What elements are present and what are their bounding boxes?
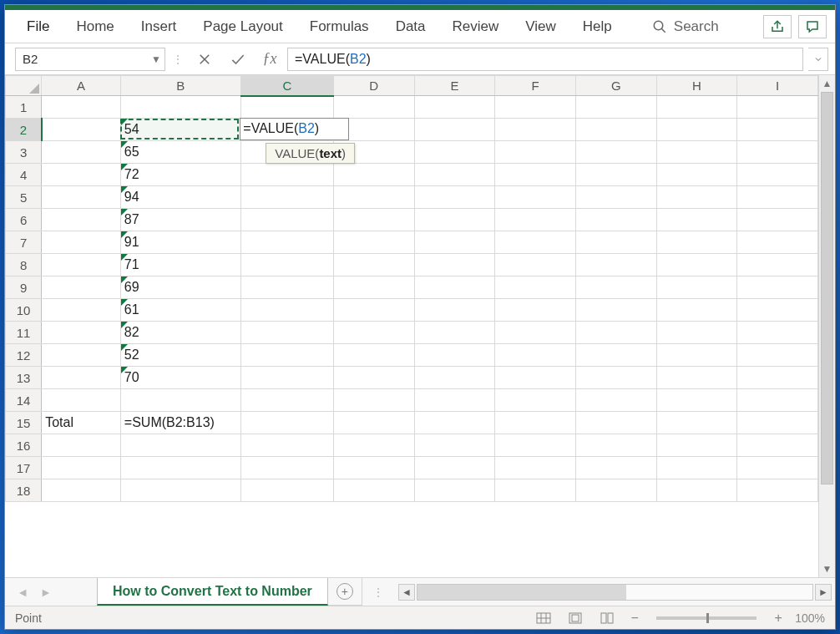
cell-B12[interactable]: 52 [120, 344, 240, 367]
cell-H15[interactable] [656, 412, 737, 434]
cell-F12[interactable] [495, 344, 576, 367]
select-all-corner[interactable] [6, 76, 42, 96]
cell-I18[interactable] [737, 479, 818, 502]
cell-B9[interactable]: 69 [120, 276, 240, 299]
cell-F6[interactable] [495, 209, 576, 231]
cell-H3[interactable] [656, 141, 737, 164]
cell-C18[interactable] [240, 479, 333, 502]
cell-A10[interactable] [42, 299, 121, 322]
cell-C8[interactable] [240, 254, 333, 276]
cell-F14[interactable] [495, 389, 576, 412]
cell-C15[interactable] [240, 412, 333, 434]
cell-H4[interactable] [656, 164, 737, 186]
cell-G9[interactable] [575, 276, 656, 299]
cell-H17[interactable] [656, 457, 737, 479]
cell-D17[interactable] [333, 457, 414, 479]
cell-D9[interactable] [333, 276, 414, 299]
cell-A3[interactable] [42, 141, 121, 164]
cell-E7[interactable] [414, 231, 495, 254]
cell-B14[interactable] [120, 389, 240, 412]
row-header-9[interactable]: 9 [6, 276, 42, 299]
cell-F17[interactable] [495, 457, 576, 479]
cell-G16[interactable] [575, 434, 656, 457]
cell-B15[interactable]: =SUM(B2:B13) [120, 412, 240, 434]
cell-H6[interactable] [656, 209, 737, 231]
prev-sheet-icon[interactable]: ◄ [17, 586, 28, 599]
cell-I13[interactable] [737, 367, 818, 389]
view-page-layout-button[interactable] [564, 610, 586, 626]
cell-D4[interactable] [333, 164, 414, 186]
cell-B13[interactable]: 70 [120, 367, 240, 389]
cell-B16[interactable] [120, 434, 240, 457]
next-sheet-icon[interactable]: ► [40, 586, 52, 599]
cell-G7[interactable] [575, 231, 656, 254]
ribbon-tab-home[interactable]: Home [64, 13, 125, 40]
cell-H16[interactable] [656, 434, 737, 457]
cell-E6[interactable] [414, 209, 495, 231]
view-page-break-button[interactable] [596, 610, 618, 626]
column-header-D[interactable]: D [333, 76, 414, 96]
cell-E3[interactable] [414, 141, 495, 164]
cell-I16[interactable] [737, 434, 818, 457]
row-header-4[interactable]: 4 [6, 164, 42, 186]
cell-I10[interactable] [737, 299, 818, 322]
cell-E12[interactable] [414, 344, 495, 367]
expand-formula-bar[interactable] [808, 48, 828, 71]
cell-A13[interactable] [42, 367, 121, 389]
search-group[interactable]: Search [652, 18, 719, 35]
cell-G13[interactable] [575, 367, 656, 389]
cell-C5[interactable] [240, 186, 333, 209]
ribbon-tab-help[interactable]: Help [571, 13, 624, 40]
cell-B7[interactable]: 91 [120, 231, 240, 254]
cell-D7[interactable] [333, 231, 414, 254]
row-header-8[interactable]: 8 [6, 254, 42, 276]
ribbon-tab-data[interactable]: Data [384, 13, 438, 40]
scroll-left-icon[interactable]: ◄ [398, 584, 415, 601]
cell-D11[interactable] [333, 322, 414, 344]
scroll-thumb[interactable] [821, 92, 833, 484]
cell-B8[interactable]: 71 [120, 254, 240, 276]
vertical-scrollbar[interactable]: ▲ ▼ [818, 75, 835, 577]
cell-G1[interactable] [575, 96, 656, 119]
cell-E1[interactable] [414, 96, 495, 119]
cell-I2[interactable] [737, 119, 818, 141]
cell-G2[interactable] [575, 119, 656, 141]
ribbon-tab-insert[interactable]: Insert [129, 13, 189, 40]
ribbon-tab-review[interactable]: Review [441, 13, 511, 40]
cell-I15[interactable] [737, 412, 818, 434]
cell-H10[interactable] [656, 299, 737, 322]
cell-C11[interactable] [240, 322, 333, 344]
cell-G6[interactable] [575, 209, 656, 231]
cell-C7[interactable] [240, 231, 333, 254]
cell-I14[interactable] [737, 389, 818, 412]
cell-G15[interactable] [575, 412, 656, 434]
cell-H18[interactable] [656, 479, 737, 502]
cell-B11[interactable]: 82 [120, 322, 240, 344]
column-header-E[interactable]: E [414, 76, 495, 96]
cell-D6[interactable] [333, 209, 414, 231]
cell-A11[interactable] [42, 322, 121, 344]
row-header-16[interactable]: 16 [6, 434, 42, 457]
cell-E17[interactable] [414, 457, 495, 479]
sheet-nav[interactable]: ◄ ► [5, 578, 63, 606]
cell-B10[interactable]: 61 [120, 299, 240, 322]
cell-C6[interactable] [240, 209, 333, 231]
horizontal-scrollbar[interactable]: ◄ ► [395, 578, 835, 606]
cell-H7[interactable] [656, 231, 737, 254]
cell-A14[interactable] [42, 389, 121, 412]
cell-F9[interactable] [495, 276, 576, 299]
cell-E11[interactable] [414, 322, 495, 344]
cell-H12[interactable] [656, 344, 737, 367]
cell-F7[interactable] [495, 231, 576, 254]
cell-D1[interactable] [333, 96, 414, 119]
cell-D12[interactable] [333, 344, 414, 367]
cell-D13[interactable] [333, 367, 414, 389]
cell-F8[interactable] [495, 254, 576, 276]
row-header-1[interactable]: 1 [6, 96, 42, 119]
cell-C13[interactable] [240, 367, 333, 389]
cell-H14[interactable] [656, 389, 737, 412]
cell-A6[interactable] [42, 209, 121, 231]
cell-F2[interactable] [495, 119, 576, 141]
cell-H8[interactable] [656, 254, 737, 276]
row-header-6[interactable]: 6 [6, 209, 42, 231]
